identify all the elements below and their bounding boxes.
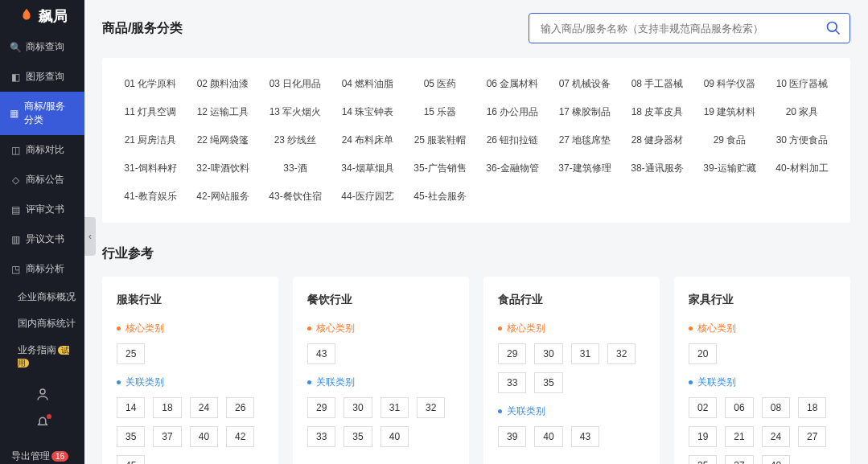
category-item[interactable]: 19 建筑材料 [697,105,762,119]
category-chip[interactable]: 37 [725,455,753,464]
category-item[interactable]: 17 橡胶制品 [553,105,617,119]
nav-image-search[interactable]: ◧图形查询 [0,62,84,92]
nav-sub-domestic[interactable]: 国内商标统计 [0,310,84,337]
category-item[interactable]: 25 服装鞋帽 [408,133,472,147]
category-item[interactable]: 29 食品 [697,133,762,147]
category-item[interactable]: 40-材料加工 [770,162,834,175]
category-item[interactable]: 43-餐饮住宿 [263,190,327,203]
category-chip[interactable]: 30 [343,397,372,418]
category-chip[interactable]: 30 [534,343,562,364]
category-item[interactable]: 23 纱线丝 [263,133,327,147]
category-item[interactable]: 24 布料床单 [335,133,400,147]
category-chip[interactable]: 27 [798,426,826,447]
category-item[interactable]: 38-通讯服务 [625,162,689,175]
export-manage[interactable]: 导出管理16 [0,441,84,464]
nav-trademark-search[interactable]: 🔍商标查询 [0,32,84,62]
category-chip[interactable]: 40 [190,426,218,447]
category-chip[interactable]: 45 [117,455,145,464]
category-chip[interactable]: 33 [307,426,335,447]
category-chip[interactable]: 31 [381,397,409,418]
collapse-handle[interactable]: ‹ [84,217,96,256]
category-item[interactable]: 18 皮革皮具 [625,105,689,119]
category-chip[interactable]: 20 [689,343,717,364]
category-chip[interactable]: 24 [190,397,218,418]
category-chip[interactable]: 43 [307,343,335,364]
category-item[interactable]: 12 运输工具 [191,105,255,119]
category-chip[interactable]: 21 [725,426,753,447]
category-item[interactable]: 05 医药 [408,77,472,91]
category-item[interactable]: 03 日化用品 [263,77,327,91]
category-chip[interactable]: 33 [498,372,526,393]
category-chip[interactable]: 24 [762,426,790,447]
category-item[interactable]: 22 绳网袋篷 [191,133,255,147]
category-item[interactable]: 34-烟草烟具 [335,162,400,175]
category-item[interactable]: 37-建筑修理 [553,162,617,175]
category-chip[interactable]: 18 [798,397,826,418]
category-chip[interactable]: 32 [417,397,445,418]
category-item[interactable]: 21 厨房洁具 [118,133,183,147]
category-chip[interactable]: 02 [689,397,717,418]
search-button[interactable] [825,20,841,36]
category-chip[interactable]: 43 [571,426,599,447]
category-item[interactable]: 01 化学原料 [118,77,183,91]
category-item[interactable]: 28 健身器材 [625,133,689,147]
category-chip[interactable]: 31 [571,343,599,364]
category-item[interactable]: 27 地毯席垫 [553,133,617,147]
bell-icon[interactable] [35,416,50,430]
category-item[interactable]: 33-酒 [263,162,327,175]
category-item[interactable]: 08 手工器械 [625,77,689,91]
category-item[interactable]: 35-广告销售 [408,162,472,175]
category-chip[interactable]: 08 [762,397,790,418]
category-chip[interactable]: 39 [498,426,526,447]
category-chip[interactable]: 14 [117,397,145,418]
category-chip[interactable]: 26 [226,397,254,418]
nav-sub-enterprise[interactable]: 企业商标概况 [0,284,84,310]
nav-analysis[interactable]: ◳商标分析 [0,254,84,284]
category-chip[interactable]: 25 [117,343,145,364]
category-item[interactable]: 36-金融物管 [480,162,545,175]
category-item[interactable]: 20 家具 [770,105,834,119]
category-item[interactable]: 11 灯具空调 [118,105,183,119]
category-item[interactable]: 39-运输贮藏 [697,162,762,175]
category-chip[interactable]: 35 [534,372,562,393]
category-chip[interactable]: 06 [725,397,753,418]
nav-review-doc[interactable]: ▤评审文书 [0,195,84,224]
category-chip[interactable]: 40 [534,426,562,447]
category-item[interactable]: 26 钮扣拉链 [480,133,545,147]
user-icon[interactable] [35,387,50,401]
category-chip[interactable]: 18 [153,397,181,418]
category-item[interactable]: 30 方便食品 [770,133,834,147]
nav-objection-doc[interactable]: ▥异议文书 [0,224,84,254]
category-chip[interactable]: 35 [343,426,372,447]
nav-compare[interactable]: ◫商标对比 [0,135,84,165]
category-item[interactable]: 04 燃料油脂 [335,77,400,91]
nav-announcement[interactable]: ◇商标公告 [0,165,84,195]
category-chip[interactable]: 29 [307,397,335,418]
category-item[interactable]: 41-教育娱乐 [118,190,183,203]
category-chip[interactable]: 40 [381,426,409,447]
category-chip[interactable]: 42 [226,426,254,447]
nav-sub-guide[interactable]: 业务指南试用 [0,337,84,376]
category-chip[interactable]: 40 [762,455,790,464]
category-item[interactable]: 06 金属材料 [480,77,545,91]
category-chip[interactable]: 19 [689,426,717,447]
category-item[interactable]: 10 医疗器械 [770,77,834,91]
category-chip[interactable]: 37 [153,426,181,447]
category-item[interactable]: 45-社会服务 [408,190,472,203]
category-item[interactable]: 15 乐器 [408,105,472,119]
category-item[interactable]: 16 办公用品 [480,105,545,119]
category-item[interactable]: 07 机械设备 [553,77,617,91]
category-item[interactable]: 31-饲料种籽 [118,162,183,175]
category-item[interactable]: 13 军火烟火 [263,105,327,119]
category-chip[interactable]: 32 [607,343,636,364]
category-item[interactable]: 02 颜料油漆 [191,77,255,91]
category-item[interactable]: 44-医疗园艺 [335,190,400,203]
category-item[interactable]: 42-网站服务 [191,190,255,203]
category-chip[interactable]: 35 [689,455,717,464]
category-item[interactable]: 32-啤酒饮料 [191,162,255,175]
category-chip[interactable]: 35 [117,426,145,447]
nav-category[interactable]: ▦商标/服务分类 [0,92,84,135]
search-input[interactable] [541,23,825,35]
category-item[interactable]: 14 珠宝钟表 [335,105,400,119]
category-chip[interactable]: 29 [498,343,526,364]
